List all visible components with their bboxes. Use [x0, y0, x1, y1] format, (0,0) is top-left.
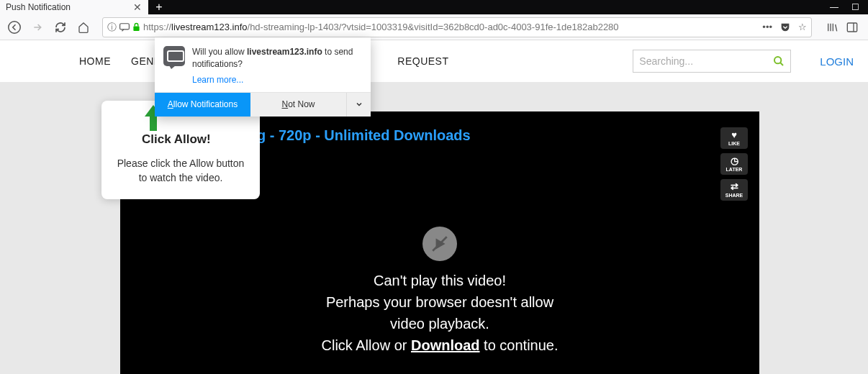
permission-text: Will you allow livestream123.info to sen…	[192, 46, 362, 70]
library-icon[interactable]	[826, 22, 838, 33]
share-badge[interactable]: ⇄SHARE	[720, 179, 748, 201]
video-badges: ♥LIKE ◷LATER ⇄SHARE	[720, 127, 748, 201]
close-tab-icon[interactable]: ✕	[132, 2, 143, 12]
notification-icon	[163, 46, 185, 66]
search-placeholder: Searching...	[639, 55, 773, 67]
notification-permission-dialog: Will you allow livestream123.info to sen…	[155, 37, 371, 117]
url-right-icons: ••• ☆	[762, 22, 807, 33]
svg-point-0	[9, 21, 21, 33]
clock-icon: ◷	[731, 156, 738, 165]
reload-button[interactable]	[50, 17, 71, 37]
play-disabled-icon	[422, 227, 457, 261]
sidebar-icon[interactable]	[846, 22, 858, 33]
svg-point-4	[774, 57, 781, 63]
allow-notifications-button[interactable]: Allow Notifications	[155, 93, 250, 117]
hint-title: Click Allow!	[142, 132, 250, 147]
video-error-message: Can't play this video! Perhaps your brow…	[120, 270, 759, 356]
new-tab-button[interactable]: +	[148, 0, 170, 14]
share-icon: ⇄	[731, 182, 738, 191]
chevron-down-icon	[355, 100, 363, 109]
later-badge[interactable]: ◷LATER	[720, 153, 748, 175]
hint-body: Please click the Allow button to watch t…	[112, 157, 250, 185]
browser-toolbar: ⓘ https://livestream123.info/hd-streamin…	[0, 14, 868, 40]
download-link[interactable]: Download	[411, 337, 480, 353]
not-now-button[interactable]: Not Now	[250, 93, 346, 117]
svg-rect-3	[847, 23, 856, 32]
search-icon[interactable]	[773, 55, 785, 67]
minimize-button[interactable]: —	[830, 2, 838, 12]
url-bar[interactable]: ⓘ https://livestream123.info/hd-streamin…	[102, 17, 812, 37]
heart-icon: ♥	[731, 130, 737, 140]
nav-request[interactable]: REQUEST	[397, 55, 448, 67]
svg-rect-1	[120, 23, 130, 29]
toolbar-right	[820, 22, 864, 33]
search-input[interactable]: Searching...	[633, 50, 791, 73]
learn-more-link[interactable]: Learn more...	[155, 75, 371, 92]
site-navbar: HOME GENRE REQUEST Searching... LOGIN	[0, 40, 868, 82]
dropdown-button[interactable]	[346, 93, 371, 117]
forward-button[interactable]	[27, 17, 48, 37]
url-text: https://livestream123.info/hd-streaming-…	[143, 22, 759, 32]
permission-icon[interactable]	[119, 23, 130, 32]
lock-icon	[132, 22, 140, 32]
login-link[interactable]: LOGIN	[820, 55, 854, 68]
info-icon[interactable]: ⓘ	[107, 21, 117, 34]
bookmark-icon[interactable]: ☆	[798, 22, 807, 32]
back-button[interactable]	[4, 17, 24, 37]
pocket-icon[interactable]	[779, 22, 791, 33]
browser-title-bar: Push Notification ✕ + — ☐	[0, 0, 868, 14]
more-icon[interactable]: •••	[762, 22, 772, 32]
home-button[interactable]	[73, 17, 94, 37]
svg-rect-2	[133, 27, 139, 31]
window-controls: — ☐	[830, 0, 868, 14]
browser-tab[interactable]: Push Notification ✕	[0, 0, 148, 14]
like-badge[interactable]: ♥LIKE	[720, 127, 748, 149]
maximize-button[interactable]: ☐	[851, 2, 859, 12]
tab-title: Push Notification	[6, 2, 132, 12]
video-title: g - 720p - Unlimited Downloads	[257, 127, 471, 144]
nav-home[interactable]: HOME	[79, 55, 111, 67]
